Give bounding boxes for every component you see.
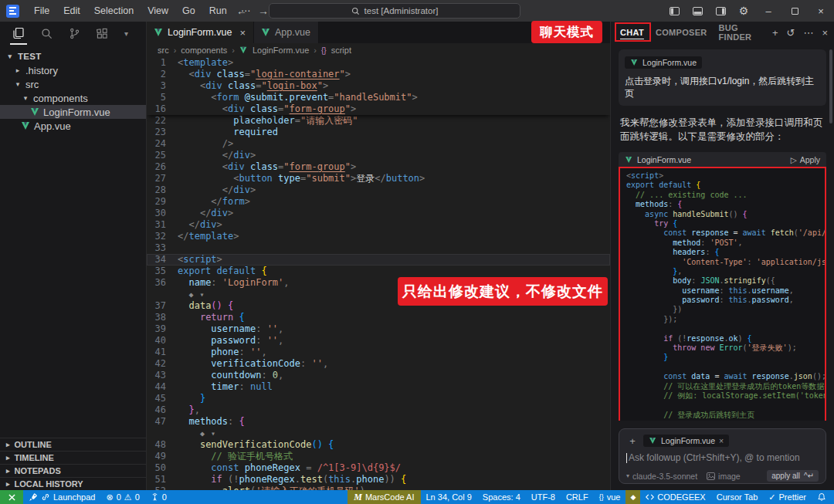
- toggle-right-sidebar-icon[interactable]: [709, 0, 732, 22]
- tree-item-src[interactable]: ▾ src: [0, 77, 146, 91]
- toggle-left-sidebar-icon[interactable]: [663, 0, 686, 22]
- code-line[interactable]: 25 </div>: [147, 150, 610, 161]
- edit-suggestion-marker[interactable]: ◆ ▾: [147, 428, 610, 439]
- code-line[interactable]: 38 return {: [147, 312, 610, 323]
- code-line[interactable]: 45 }: [147, 393, 610, 404]
- more-actions-icon[interactable]: ⋯: [803, 27, 813, 39]
- prettier-status[interactable]: ✓ Prettier: [763, 490, 812, 504]
- close-window-button[interactable]: ×: [808, 0, 834, 22]
- sticky-scroll[interactable]: 1<template>2 <div class="login-container…: [147, 57, 610, 115]
- close-tab-icon[interactable]: ×: [239, 27, 246, 39]
- code-line[interactable]: const data = await response.json();: [626, 372, 825, 381]
- marscode-ai-badge[interactable]: M MarsCode AI: [348, 490, 420, 504]
- close-panel-icon[interactable]: ×: [822, 27, 828, 39]
- history-icon[interactable]: ↺: [787, 27, 795, 39]
- breadcrumb-item[interactable]: components: [181, 46, 227, 55]
- code-line[interactable]: }): [626, 305, 825, 314]
- code-line[interactable]: 51 if (!phoneRegex.test(this.phone)) {: [147, 474, 610, 485]
- code-line[interactable]: [626, 401, 825, 410]
- problems-indicator[interactable]: ⊗ 0 ⚠ 0: [100, 490, 144, 504]
- extension-badge[interactable]: ◆: [626, 490, 640, 504]
- chat-input-box[interactable]: + LoginForm.vue × Ask followup (Ctrl+Shi…: [619, 428, 826, 484]
- breadcrumb[interactable]: src › components › LoginForm.vue › {} sc…: [147, 43, 610, 57]
- menu-edit[interactable]: Edit: [56, 3, 87, 19]
- code-line[interactable]: 42 verificationCode: '',: [147, 358, 610, 370]
- code-line[interactable]: 33: [147, 242, 610, 254]
- eol-setting[interactable]: CRLF: [561, 490, 594, 504]
- code-line[interactable]: 46 },: [147, 404, 610, 416]
- code-line[interactable]: 26 <div class="form-group">: [147, 161, 610, 173]
- code-line[interactable]: 27 <button type="submit">登录</button>: [147, 173, 610, 184]
- code-line[interactable]: body: JSON.stringify({: [626, 276, 825, 286]
- encoding-setting[interactable]: UTF-8: [526, 490, 561, 504]
- code-line[interactable]: // 登录成功后跳转到主页: [626, 411, 825, 420]
- code-line[interactable]: 43 countdown: 0,: [147, 370, 610, 381]
- search-sidebar-icon[interactable]: [41, 22, 53, 45]
- model-selector[interactable]: ▾ claude-3.5-sonnet: [626, 472, 697, 481]
- code-line[interactable]: try {: [626, 219, 825, 228]
- extensions-icon[interactable]: [97, 22, 108, 45]
- code-line[interactable]: 34<script>: [147, 254, 610, 266]
- menu-file[interactable]: File: [27, 3, 56, 19]
- breadcrumb-item[interactable]: src: [158, 46, 169, 55]
- code-line[interactable]: methods: {: [626, 200, 825, 209]
- tab-chat[interactable]: CHAT: [620, 28, 644, 37]
- code-line[interactable]: 29 </form>: [147, 196, 610, 208]
- code-line[interactable]: <script>: [626, 171, 825, 181]
- code-line[interactable]: export default {: [626, 181, 825, 190]
- code-line[interactable]: password: this.password,: [626, 296, 825, 305]
- workspace-root[interactable]: ▾ TEST: [0, 49, 146, 63]
- codegeex-status[interactable]: CODEGEEX: [640, 490, 710, 504]
- apply-all-button[interactable]: apply all ^↵: [767, 470, 819, 482]
- ports-indicator[interactable]: 0: [145, 490, 172, 504]
- menu-view[interactable]: View: [141, 3, 175, 19]
- section-timeline[interactable]: ▸ TIMELINE: [0, 451, 146, 464]
- tab-composer[interactable]: COMPOSER: [656, 28, 707, 37]
- code-line[interactable]: 39 username: '',: [147, 323, 610, 335]
- breadcrumb-item[interactable]: LoginForm.vue: [253, 46, 309, 55]
- code-line[interactable]: if (!response.ok) {: [626, 334, 825, 343]
- code-line[interactable]: 'Content-Type': 'application/json',: [626, 258, 825, 267]
- cursor-position[interactable]: Ln 34, Col 9: [421, 490, 477, 504]
- section-outline[interactable]: ▸ OUTLINE: [0, 438, 146, 451]
- edit-marker-icon[interactable]: ◆ ▾: [200, 429, 216, 438]
- code-line[interactable]: 24 />: [147, 138, 610, 150]
- search-input[interactable]: test [Administrator]: [269, 3, 520, 19]
- chat-text-input[interactable]: Ask followup (Ctrl+Shift+Y), @ to mentio…: [626, 452, 819, 463]
- tree-item-app[interactable]: App.vue: [0, 119, 146, 133]
- code-line[interactable]: 3 <div class="login-box">: [147, 80, 610, 92]
- tree-item-loginform[interactable]: LoginForm.vue: [0, 105, 146, 119]
- code-line[interactable]: 5 <form @submit.prevent="handleSubmit">: [147, 92, 610, 103]
- code-line[interactable]: // 可以在这里处理登录成功后的token等数据: [626, 382, 825, 391]
- code-line[interactable]: method: 'POST',: [626, 238, 825, 248]
- code-line[interactable]: 40 password: '',: [147, 335, 610, 347]
- code-line[interactable]: 50 const phoneRegex = /^1[3-9]\d{9}$/: [147, 462, 610, 474]
- code-editor[interactable]: 1<template>2 <div class="login-container…: [147, 57, 610, 490]
- nav-forward-icon[interactable]: →: [258, 5, 269, 17]
- toggle-bottom-panel-icon[interactable]: [686, 0, 709, 22]
- explorer-icon[interactable]: [12, 22, 25, 45]
- code-line[interactable]: const response = await fetch('/api/v1/l: [626, 228, 825, 238]
- section-notepads[interactable]: ▸ NOTEPADS: [0, 464, 146, 477]
- code-line[interactable]: username: this.username,: [626, 286, 825, 296]
- file-context-chip[interactable]: LoginForm.vue: [625, 56, 702, 69]
- code-line[interactable]: 49 // 验证手机号格式: [147, 451, 610, 462]
- apply-button[interactable]: ▷ Apply: [791, 155, 820, 164]
- menu-run[interactable]: Run: [202, 3, 234, 19]
- maximize-button[interactable]: [781, 0, 808, 22]
- code-line[interactable]: 23 required: [147, 127, 610, 138]
- code-line[interactable]: this.$router.push('/');: [626, 420, 825, 421]
- tree-item-history[interactable]: ▸ .history: [0, 63, 146, 77]
- code-line[interactable]: 2 <div class="login-container">: [147, 69, 610, 80]
- tab-bug-finder[interactable]: BUG FINDER: [719, 23, 761, 42]
- language-mode[interactable]: {} vue: [594, 490, 626, 504]
- activity-more-chevron-icon[interactable]: ▾: [124, 22, 128, 45]
- code-line[interactable]: async handleSubmit() {: [626, 210, 825, 219]
- code-line[interactable]: // ... existing code ...: [626, 191, 825, 200]
- indentation-setting[interactable]: Spaces: 4: [477, 490, 526, 504]
- code-line[interactable]: 28 </div>: [147, 184, 610, 196]
- code-line[interactable]: 35export default {: [147, 266, 610, 277]
- breadcrumb-symbol[interactable]: script: [331, 46, 351, 55]
- edit-marker-icon[interactable]: ◆ ▾: [188, 290, 205, 299]
- code-line[interactable]: [626, 324, 825, 333]
